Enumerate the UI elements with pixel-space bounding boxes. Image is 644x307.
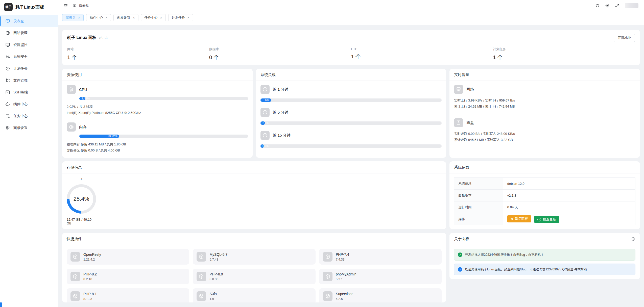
tab-plugin-center[interactable]: 插件中心 × bbox=[86, 14, 111, 21]
check-update-button[interactable]: ↑ 检查更新 bbox=[534, 216, 559, 223]
memory-label: 内存 bbox=[79, 125, 87, 130]
package-icon bbox=[197, 291, 206, 301]
load-5min-label: 近 5 分钟 bbox=[273, 110, 289, 115]
plugin-mysql[interactable]: MySQL-5.7 5.7.43 bbox=[193, 249, 315, 265]
cpu-progress: 3.48% bbox=[79, 97, 248, 100]
plugin-openresty[interactable]: OpenResty 1.21.4.2 bbox=[67, 249, 189, 265]
restart-icon: ↻ bbox=[510, 217, 513, 221]
sidebar-item-label: 系统安全 bbox=[13, 55, 28, 59]
tab-cron[interactable]: 计划任务 × bbox=[168, 14, 193, 21]
sidebar-item-label: SSH终端 bbox=[13, 90, 28, 95]
mount-point: / bbox=[81, 177, 82, 181]
cpu-line-2: Intel(R) Xeon(R) Platinum 8255C CPU @ 2.… bbox=[67, 110, 248, 116]
tab-dashboard[interactable]: 仪表盘 × bbox=[62, 14, 84, 21]
tab-label: 计划任务 bbox=[172, 15, 185, 20]
tab-panel-settings[interactable]: 面板设置 × bbox=[113, 14, 138, 21]
storage-donut-block: / 25.4% 12.47 GB / 49.10 GB bbox=[67, 177, 96, 225]
sidebar-item-security[interactable]: 系统安全 bbox=[0, 51, 58, 63]
storage-usage: 12.47 GB / 49.10 GB bbox=[67, 218, 96, 225]
storage-card: 存储信息 / 25.4% 12.47 GB / 49.10 GB bbox=[62, 161, 446, 229]
load-1min-block: 近 1 分钟 6% bbox=[260, 85, 442, 102]
quick-plugins-card: 快捷插件 OpenResty 1.21.4.2 MySQL-5.7 5.7.43 bbox=[62, 233, 446, 302]
close-icon[interactable]: × bbox=[187, 16, 189, 19]
load-1min-progress: 6% bbox=[260, 98, 442, 102]
fullscreen-icon[interactable] bbox=[615, 4, 619, 8]
user-menu[interactable] bbox=[625, 3, 638, 8]
gauge-icon bbox=[260, 108, 270, 117]
load-15min-progress: 0.5% bbox=[260, 144, 442, 148]
package-icon bbox=[70, 252, 80, 262]
app-logo-row: 耗子 耗子Linux面板 bbox=[0, 0, 58, 14]
sidebar-item-plugins[interactable]: 插件中心 bbox=[0, 98, 58, 110]
package-icon bbox=[197, 252, 206, 262]
system-info-table: 系统信息 debian 12.0 面板版本 v2.1.3 运行时间 0.04 天… bbox=[454, 177, 635, 225]
refresh-icon[interactable] bbox=[595, 4, 600, 8]
theme-toggle-icon[interactable] bbox=[605, 4, 609, 8]
plugin-php80[interactable]: PHP-8.0 8.0.30 bbox=[193, 269, 315, 284]
disk-line-1: 实时读取 0.00 B/s / 实时写入 248.00 KB/s bbox=[454, 131, 635, 137]
close-icon[interactable]: × bbox=[78, 16, 80, 19]
sidebar-item-label: 任务中心 bbox=[13, 114, 28, 118]
sidebar-item-settings[interactable]: 面板设置 bbox=[0, 122, 58, 134]
gauge-icon bbox=[260, 85, 270, 94]
package-icon bbox=[323, 291, 332, 301]
table-row: 运行时间 0.04 天 bbox=[454, 201, 635, 213]
disk-line-2: 累计读取 945.51 MB / 累计写入 3.22 GB bbox=[454, 137, 635, 143]
info-icon[interactable] bbox=[631, 237, 635, 241]
close-icon[interactable]: × bbox=[105, 16, 107, 19]
storage-donut-chart: 25.4% bbox=[67, 184, 96, 214]
memory-line-1: 物理内存 使用 436.11 MB / 总共 1.80 GB bbox=[67, 141, 248, 147]
globe-icon bbox=[5, 31, 10, 35]
table-row: 面板版本 v2.1.3 bbox=[454, 190, 635, 201]
cpu-icon bbox=[67, 85, 76, 94]
package-icon bbox=[70, 272, 80, 281]
holiday-alert: ✓ 开发组祝大家2023中秋国庆快乐！永无Bug，永不宕机！ bbox=[454, 249, 635, 261]
sidebar: 耗子 耗子Linux面板 仪表盘 网站管理 资源监控 系统安全 计划任务 文件管… bbox=[0, 0, 58, 307]
tab-bar: 仪表盘 × 插件中心 × 面板设置 × 任务中心 × 计划任务 × bbox=[58, 11, 644, 25]
sidebar-item-websites[interactable]: 网站管理 bbox=[0, 27, 58, 39]
close-icon[interactable]: × bbox=[133, 16, 135, 19]
restart-panel-button[interactable]: ↻ 重启面板 bbox=[507, 215, 531, 222]
breadcrumb: 仪表盘 bbox=[73, 3, 89, 8]
sidebar-item-cron[interactable]: 计划任务 bbox=[0, 63, 58, 74]
resource-usage-card: 资源使用 CPU 3.48% 2 CPU / 共 2 线程 Intel(R) X… bbox=[62, 69, 253, 158]
sidebar-item-ssh[interactable]: SSH终端 bbox=[0, 86, 58, 98]
plugin-phpmyadmin[interactable]: phpMyAdmin 5.2.1 bbox=[319, 269, 442, 284]
about-panel-card: 关于面板 ✓ 开发组祝大家2023中秋国庆快乐！永无Bug，永不宕机！ i 欢迎… bbox=[449, 233, 640, 279]
sidebar-item-monitoring[interactable]: 资源监控 bbox=[0, 39, 58, 51]
cpu-label: CPU bbox=[79, 87, 87, 92]
tab-task-center[interactable]: 任务中心 × bbox=[141, 14, 166, 21]
card-title: 快捷插件 bbox=[62, 233, 446, 245]
upgrade-icon: ↑ bbox=[537, 218, 541, 221]
disk-block: 磁盘 实时读取 0.00 B/s / 实时写入 248.00 KB/s 累计读取… bbox=[454, 118, 635, 143]
check-circle-icon: ✓ bbox=[458, 252, 462, 257]
open-source-button[interactable]: 开源地址 bbox=[614, 34, 635, 42]
sidebar-item-tasks[interactable]: 任务中心 bbox=[0, 110, 58, 122]
screen-icon bbox=[5, 42, 10, 47]
cpu-block: CPU 3.48% 2 CPU / 共 2 线程 Intel(R) Xeon(R… bbox=[67, 85, 248, 116]
alert-text: 开发组祝大家2023中秋国庆快乐！永无Bug，永不宕机！ bbox=[465, 253, 544, 257]
plugin-php74[interactable]: PHP-7.4 7.4.33 bbox=[319, 249, 442, 265]
sidebar-item-label: 仪表盘 bbox=[13, 19, 24, 23]
panel-overview-card: 耗子 Linux 面板 v2.1.3 开源地址 网站 1 个 数据库 0 个 F… bbox=[62, 30, 640, 65]
stat-ftp: FTP 1 个 bbox=[351, 47, 493, 61]
corner-accent bbox=[0, 302, 2, 307]
plugin-s3fs[interactable]: S3fs 1.9 bbox=[193, 288, 315, 302]
plugin-php82[interactable]: PHP-8.2 8.2.10 bbox=[67, 269, 189, 284]
load-5min-progress: 2.5% bbox=[260, 121, 442, 125]
main-column: 仪表盘 仪表盘 × 插件中心 × 面板设置 × 任务中心 × 计划任务 × bbox=[58, 0, 644, 307]
close-icon[interactable]: × bbox=[160, 16, 162, 19]
card-title: 系统信息 bbox=[449, 161, 640, 173]
network-block: 网络 实时上行 3.99 KB/s / 实时下行 959.67 B/s 累计上行… bbox=[454, 85, 635, 110]
terminal-icon bbox=[5, 90, 10, 95]
monitor-icon bbox=[73, 4, 77, 8]
sidebar-item-files[interactable]: 文件管理 bbox=[0, 74, 58, 86]
collapse-sidebar-icon[interactable] bbox=[64, 4, 68, 8]
table-row-actions: 操作 ↻ 重启面板 ↑ 检查更新 bbox=[454, 213, 635, 225]
sidebar-item-dashboard[interactable]: 仪表盘 bbox=[0, 15, 58, 27]
plugin-php81[interactable]: PHP-8.1 8.1.23 bbox=[67, 288, 189, 302]
topbar: 仪表盘 bbox=[58, 0, 644, 11]
overview-stats: 网站 1 个 数据库 0 个 FTP 1 个 计划任务 1 个 bbox=[67, 47, 635, 61]
plugin-supervisor[interactable]: Supervisor 4.2.5 bbox=[319, 288, 442, 302]
sidebar-item-label: 计划任务 bbox=[13, 66, 28, 71]
